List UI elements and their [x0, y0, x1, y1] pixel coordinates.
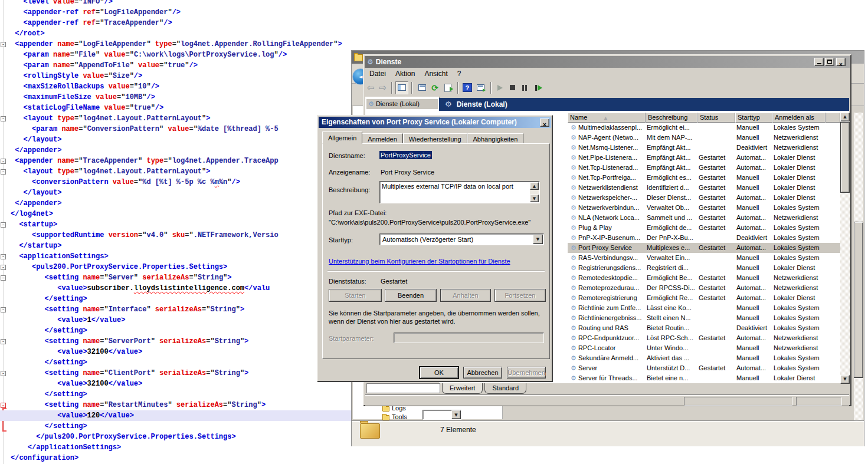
service-row[interactable]: ⚙ServerUnterstützt D...GestartetAutomat.… — [568, 363, 840, 373]
column-header-anmelden-als[interactable]: Anmelden als — [772, 113, 826, 123]
ok-button[interactable]: OK — [420, 367, 458, 379]
tree-item-dienste-lokal[interactable]: ⚙Dienste (Lokal) — [366, 99, 438, 109]
code-line[interactable]: </root> — [0, 28, 868, 39]
code-line[interactable]: <level value="INFO"/> — [0, 0, 868, 7]
service-row[interactable]: ⚙Richtlinie zum Entfe...Lässt eine Ko...… — [568, 303, 840, 313]
close-button[interactable]: × — [836, 58, 846, 66]
column-header-beschreibung[interactable]: Beschreibung — [646, 113, 697, 123]
view-tabs[interactable]: ErweitertStandard — [442, 383, 528, 394]
service-row[interactable]: ⚙NAP-Agent (Netwo...Mit dem NAP-...Manue… — [568, 133, 840, 143]
tab-wiederherstellung[interactable]: Wiederherstellung — [403, 133, 467, 144]
view-tab-erweitert[interactable]: Erweitert — [442, 383, 483, 394]
properties-icon[interactable] — [415, 81, 428, 94]
show-console-tree-icon[interactable] — [395, 81, 408, 94]
column-header-name[interactable]: Name▲ — [568, 113, 646, 123]
service-row[interactable]: ⚙RPC-Endpunktzuor...Löst RPC-Sch...Gesta… — [568, 333, 840, 343]
column-header-starttyp[interactable]: Starttyp — [735, 113, 772, 123]
scrollbar-thumb[interactable] — [840, 122, 850, 193]
service-name-value[interactable]: PortProxyService — [379, 151, 432, 159]
service-row[interactable]: ⚙RPC-LocatorUnter Windo...ManuellNetzwer… — [568, 343, 840, 353]
service-row[interactable]: ⚙Plug & PlayErmöglicht de...GestartetAut… — [568, 223, 840, 233]
start-button[interactable]: Starten — [329, 289, 382, 302]
code-line[interactable]: <appender-ref ref="TraceAppender"/> — [0, 18, 868, 28]
stop-button[interactable]: Beenden — [385, 289, 437, 302]
service-row[interactable]: ⚙RAS-Verbindungsv...Verwaltet Ein...Manu… — [568, 253, 840, 263]
service-row[interactable]: ⚙Richtlinienergebniss...Stellt einen N..… — [568, 313, 840, 323]
stop-service-icon[interactable] — [510, 85, 515, 90]
menu-item-aktion[interactable]: Aktion — [391, 68, 420, 80]
services-column-headers[interactable]: Name▲BeschreibungStatusStarttypAnmelden … — [568, 113, 840, 123]
scroll-up-icon[interactable]: ▲ — [840, 113, 850, 121]
resume-button[interactable]: Fortsetzen — [494, 289, 546, 302]
dialog-tabs[interactable]: AllgemeinAnmeldenWiederherstellungAbhäng… — [322, 131, 523, 144]
explorer-scrollbar[interactable] — [854, 113, 863, 420]
tab-abhängigkeiten[interactable]: Abhängigkeiten — [467, 133, 524, 144]
chevron-down-icon[interactable]: ▼ — [451, 410, 461, 419]
refresh-icon[interactable]: ⟳ — [431, 83, 438, 93]
dialog-title-bar[interactable]: Eigenschaften von Port Proxy Service (Lo… — [319, 117, 551, 128]
service-row[interactable]: ⚙Server für Threads...Bietet eine n...Ma… — [568, 373, 840, 383]
service-row[interactable]: ⚙Routing und RASBietet Routin...Deaktivi… — [568, 323, 840, 333]
menu-item-[interactable]: ? — [453, 68, 466, 80]
column-header-status[interactable]: Status — [697, 113, 735, 123]
minimize-button[interactable] — [814, 58, 824, 66]
service-row[interactable]: ⚙Remoteprozedurau...Der RPCSS-Di...Gesta… — [568, 283, 840, 293]
service-row[interactable]: ⚙Net.Msmq-Listener...Empfängt Akt...Deak… — [568, 143, 840, 153]
service-row[interactable]: ⚙PnP-X-IP-Busenum...Der PnP-X-Bu...Deakt… — [568, 233, 840, 243]
description-field[interactable]: Multiplexes external TCP/IP data on loca… — [379, 181, 540, 203]
service-gear-icon: ⚙ — [571, 224, 577, 232]
view-tab-standard[interactable]: Standard — [484, 383, 526, 394]
description-scrollbar[interactable]: ▲ ▼ — [530, 182, 539, 202]
export-list-icon[interactable] — [441, 81, 454, 94]
service-row[interactable]: ⚙Remotedesktopdie...Ermöglicht Be...Gest… — [568, 273, 840, 283]
service-row[interactable]: ⚙Sekundäre Anmeld...Aktiviert das ...Man… — [568, 353, 840, 363]
pause-service-icon[interactable] — [522, 83, 528, 93]
action-pane-icon[interactable] — [474, 81, 487, 94]
explorer-combo[interactable]: ▼ — [422, 410, 461, 420]
chevron-down-icon[interactable]: ▼ — [533, 235, 543, 244]
restart-service-icon[interactable] — [535, 83, 542, 93]
service-row[interactable]: ⚙Net.Pipe-Listenera...Empfängt Akt...Ges… — [568, 153, 840, 163]
cancel-button[interactable]: Abbrechen — [463, 367, 502, 379]
maximize-button[interactable] — [825, 58, 834, 66]
service-row[interactable]: ⚙RemoteregistrierungErmöglicht Re...Gest… — [568, 293, 840, 303]
service-row[interactable]: ⚙NetzwerklistendienstIdentifiziert d...G… — [568, 183, 840, 193]
service-row[interactable]: ⚙Net.Tcp-Portfreiga...Ermöglicht es...Ge… — [568, 173, 840, 183]
menu-item-datei[interactable]: Datei — [365, 68, 391, 80]
service-row[interactable]: ⚙Net.Tcp-Listenerad...Empfängt Akt...Ges… — [568, 163, 840, 173]
code-line[interactable]: </configuration> — [0, 453, 868, 463]
service-row[interactable]: ⚙Registrierungsdiens...Registriert di...… — [568, 263, 840, 273]
menu-bar[interactable]: DateiAktionAnsicht? — [365, 68, 850, 80]
service-row[interactable]: ⚙NLA (Network Loca...Sammelt und ...Gest… — [568, 213, 840, 223]
menu-item-ansicht[interactable]: Ansicht — [420, 68, 452, 80]
scroll-up-icon[interactable]: ▲ — [530, 182, 539, 190]
back-icon[interactable]: ⇦ — [367, 81, 375, 94]
startoptions-help-link[interactable]: Unterstützung beim Konfigurieren der Sta… — [329, 258, 510, 265]
service-cell: Lokales System — [772, 303, 826, 313]
services-title-bar[interactable]: ⚙Dienste × — [365, 56, 850, 68]
service-row[interactable]: ⚙Port Proxy ServiceMultiplexes e...Gesta… — [568, 243, 840, 253]
scrollbar-thumb[interactable] — [854, 222, 863, 378]
scroll-down-icon[interactable]: ▼ — [530, 195, 539, 202]
help-icon[interactable]: ? — [463, 83, 472, 92]
starttype-combobox[interactable]: Automatisch (Verzögerter Start) ▼ — [379, 233, 544, 245]
close-button[interactable]: × — [540, 119, 549, 127]
service-row[interactable]: ⚙Multimediaklassenpl...Ermöglicht ei...M… — [568, 123, 840, 133]
apply-button[interactable]: Übernehmen — [507, 367, 546, 379]
forward-icon[interactable]: ⇨ — [379, 81, 387, 94]
startparameter-field[interactable] — [394, 333, 544, 343]
service-name-cell: ⚙Registrierungsdiens... — [568, 263, 646, 273]
services-table[interactable]: ⚙Multimediaklassenpl...Ermöglicht ei...M… — [568, 123, 840, 383]
code-line[interactable]: <value>120</value> — [0, 410, 411, 421]
scroll-down-icon[interactable]: ▼ — [840, 375, 850, 384]
tab-anmelden[interactable]: Anmelden — [362, 133, 403, 144]
code-line[interactable]: <appender name="LogFileAppender" type="l… — [0, 39, 868, 50]
pause-button[interactable]: Anhalten — [440, 289, 491, 302]
properties-dialog[interactable]: Eigenschaften von Port Proxy Service (Lo… — [317, 115, 553, 382]
services-scrollbar[interactable]: ▲ ▼ — [840, 113, 850, 384]
service-row[interactable]: ⚙Netzwerkspeicher-...Dieser Dienst...Ges… — [568, 193, 840, 203]
service-row[interactable]: ⚙Netzwerkverbindun...Verwaltet Ob...Gest… — [568, 203, 840, 213]
code-line[interactable]: <appender-ref ref="LogFileAppender"/> — [0, 7, 868, 18]
start-service-icon[interactable] — [497, 85, 503, 91]
tab-allgemein[interactable]: Allgemein — [322, 131, 362, 144]
